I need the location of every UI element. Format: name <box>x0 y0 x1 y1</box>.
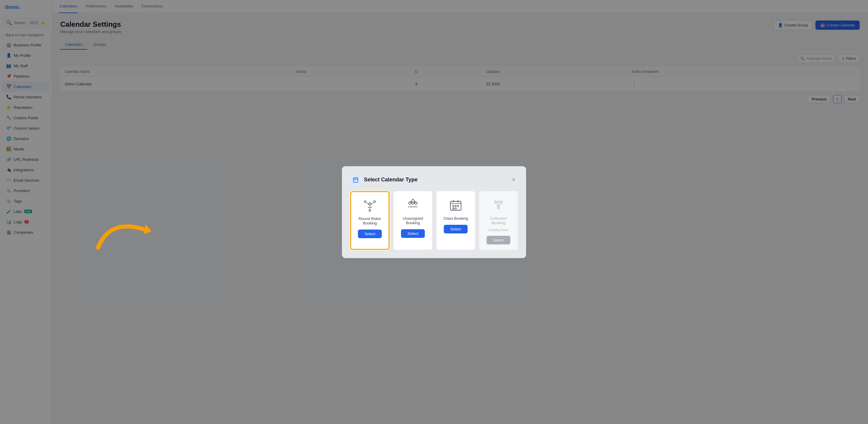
cal-card-collective: Collective Booking Coming Soon Select <box>479 191 518 250</box>
svg-point-13 <box>412 202 414 204</box>
modal-header: Select Calendar Type × <box>350 174 518 185</box>
svg-point-24 <box>455 207 457 209</box>
class-select-button[interactable]: Select <box>444 225 468 233</box>
modal-title-wrap: Select Calendar Type <box>350 174 418 185</box>
svg-point-27 <box>500 201 503 203</box>
svg-point-23 <box>453 207 454 209</box>
svg-point-21 <box>455 205 457 207</box>
class-booking-icon <box>448 198 463 213</box>
svg-rect-1 <box>353 178 358 182</box>
modal-title: Select Calendar Type <box>364 177 418 183</box>
cal-card-round-robin: Round Robin Booking Select <box>350 191 390 250</box>
coming-soon-label: Coming Soon <box>489 228 508 232</box>
unassigned-booking-icon <box>405 198 421 213</box>
cal-card-unassigned: Unassigned Booking Select <box>394 191 432 250</box>
svg-point-22 <box>458 205 459 207</box>
collective-title: Collective Booking <box>484 216 513 225</box>
modal-close-button[interactable]: × <box>509 176 518 184</box>
round-robin-icon <box>362 198 377 214</box>
modal-overlay[interactable]: Select Calendar Type × <box>0 0 868 424</box>
svg-point-20 <box>453 205 454 207</box>
svg-point-12 <box>409 202 411 204</box>
class-title: Class Booking <box>443 216 468 221</box>
svg-rect-16 <box>450 201 461 210</box>
round-robin-title: Round Robin Booking <box>355 217 384 225</box>
svg-line-31 <box>498 203 501 207</box>
cal-card-class: Class Booking Select <box>436 191 475 250</box>
modal-calendar-icon <box>350 174 361 185</box>
svg-point-6 <box>364 201 366 202</box>
svg-point-7 <box>374 201 375 202</box>
select-calendar-type-modal: Select Calendar Type × <box>342 166 526 258</box>
collective-select-button[interactable]: Select <box>487 236 510 245</box>
svg-marker-0 <box>144 224 152 234</box>
svg-marker-15 <box>410 199 415 202</box>
collective-booking-icon <box>491 198 506 213</box>
unassigned-select-button[interactable]: Select <box>401 229 425 238</box>
svg-point-26 <box>498 201 500 203</box>
arrow-annotation <box>86 200 163 260</box>
svg-point-14 <box>415 202 417 204</box>
svg-line-29 <box>495 203 498 207</box>
svg-point-25 <box>495 201 497 203</box>
svg-point-28 <box>498 207 500 209</box>
svg-point-8 <box>369 209 371 211</box>
round-robin-select-button[interactable]: Select <box>358 230 382 238</box>
calendar-type-cards: Round Robin Booking Select Unassigned Bo… <box>350 191 518 250</box>
svg-point-5 <box>369 203 371 205</box>
unassigned-title: Unassigned Booking <box>398 216 428 225</box>
